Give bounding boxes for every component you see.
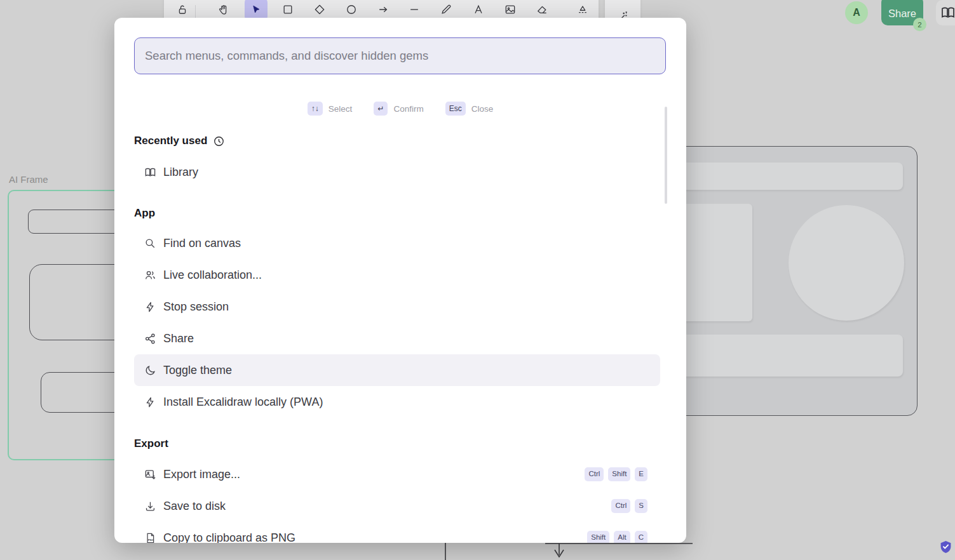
palette-item-export-image[interactable]: Export image... Ctrl Shift E (134, 458, 660, 490)
command-search-input[interactable] (134, 37, 666, 74)
moon-icon (144, 364, 156, 377)
section-app: App (134, 207, 155, 220)
shield-check-icon[interactable] (940, 540, 952, 554)
esc-key-badge: Esc (445, 102, 466, 116)
app-window: AI Frame (0, 0, 955, 560)
frame-label: AI Frame (9, 174, 48, 185)
palette-item-find-on-canvas[interactable]: Find on canvas (134, 227, 660, 259)
section-export: Export (134, 437, 168, 450)
users-icon (144, 269, 156, 281)
image-export-icon (144, 469, 156, 481)
palette-item-copy-png[interactable]: PNG Copy to clipboard as PNG Shift Alt C (134, 522, 660, 543)
palette-item-live-collaboration[interactable]: Live collaboration... (134, 259, 660, 291)
palette-item-stop-session[interactable]: Stop session (134, 291, 660, 323)
bolt-icon (144, 301, 156, 313)
keyboard-hints: ↑↓ Select ↵ Confirm Esc Close (114, 102, 686, 116)
shortcut-keys: Shift Alt C (587, 531, 647, 543)
palette-item-save-to-disk[interactable]: Save to disk Ctrl S (134, 490, 660, 522)
book-icon (940, 5, 955, 20)
command-palette-dialog: ↑↓ Select ↵ Confirm Esc Close Recently u… (114, 18, 686, 543)
shortcut-keys: Ctrl S (611, 499, 647, 513)
shortcut-keys: Ctrl Shift E (585, 467, 647, 481)
svg-text:PNG: PNG (148, 538, 154, 542)
wireframe-circle (789, 205, 904, 321)
file-png-icon: PNG (144, 532, 156, 543)
library-toggle-button[interactable] (936, 0, 955, 25)
share-network-icon (144, 333, 156, 345)
search-icon (144, 237, 156, 250)
download-icon (144, 500, 156, 512)
book-icon (144, 166, 156, 178)
history-clock-icon (213, 135, 225, 147)
arrows-key-badge: ↑↓ (308, 102, 323, 116)
palette-item-toggle-theme[interactable]: Toggle theme (134, 354, 660, 386)
palette-item-library[interactable]: Library (134, 156, 660, 188)
share-collaborator-badge: 2 (913, 18, 926, 31)
avatar[interactable]: A (845, 1, 868, 24)
bolt-icon (144, 396, 156, 408)
palette-item-install-pwa[interactable]: Install Excalidraw locally (PWA) (134, 386, 660, 418)
dialog-scrollbar[interactable] (665, 107, 667, 204)
palette-item-share[interactable]: Share (134, 323, 660, 354)
enter-key-badge: ↵ (374, 102, 388, 116)
section-recently-used: Recently used (134, 135, 225, 147)
